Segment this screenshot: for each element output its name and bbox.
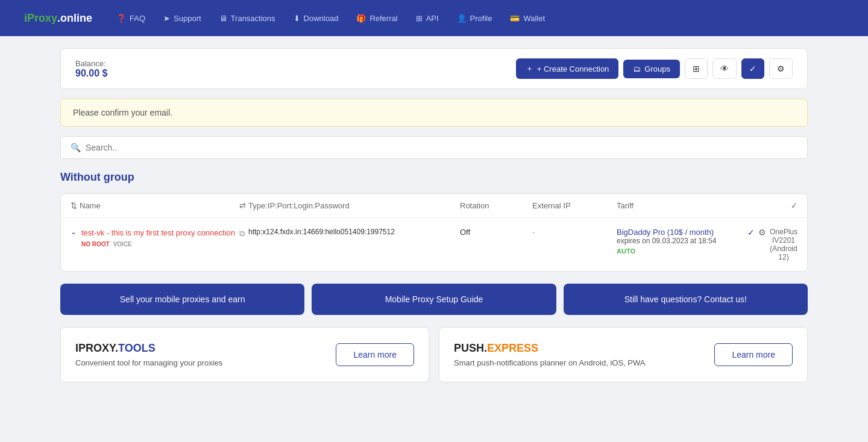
col-type: ⇄ Type:IP:Port:Login:Password — [239, 201, 460, 210]
balance-section: Balance: 90.00 $ — [75, 59, 107, 79]
faq-icon: ❓ — [116, 14, 126, 23]
plus-icon: ＋ — [526, 63, 533, 74]
device-info: OnePlus IV2201 (Android 12) — [770, 228, 797, 261]
push-express-logo: PUSH.EXPRESS — [454, 342, 705, 355]
check-button[interactable]: ✓ — [741, 58, 764, 79]
nav-profile[interactable]: 👤 Profile — [457, 14, 492, 23]
search-icon: 🔍 — [71, 143, 81, 152]
expand-icon[interactable]: ⌄ — [71, 228, 77, 236]
groups-button[interactable]: 🗂 Groups — [623, 60, 680, 78]
download-icon: ⬇ — [294, 14, 300, 23]
nav-referral[interactable]: 🎁 Referral — [356, 14, 397, 23]
cta-row: Sell your mobile proxies and earn Mobile… — [60, 284, 808, 315]
profile-icon: 👤 — [457, 14, 467, 23]
search-bar: 🔍 — [60, 136, 808, 159]
section-title: Without group — [60, 171, 808, 184]
sell-proxies-button[interactable]: Sell your mobile proxies and earn — [60, 284, 304, 315]
promo-row: IPROXY.TOOLS Convenient tool for managin… — [60, 327, 808, 382]
actions-cell: ✓ ⚙ OnePlus IV2201 (Android 12) — [749, 228, 797, 261]
settings-button[interactable]: ⚙ — [769, 58, 793, 79]
copy-icon[interactable]: ⧉ — [239, 229, 245, 238]
col-rotation: Rotation — [460, 201, 532, 210]
logo-proxy: Proxy — [27, 12, 57, 25]
row-gear-icon[interactable]: ⚙ — [758, 228, 766, 237]
iproxy-tools-description: Convenient tool for managing your proxie… — [75, 358, 326, 367]
col-tariff: Tariff — [617, 201, 749, 210]
sort-icon: ⇅ — [71, 201, 77, 210]
balance-label: Balance: — [75, 59, 107, 68]
logo-online: .online — [57, 12, 92, 25]
setup-guide-button[interactable]: Mobile Proxy Setup Guide — [312, 284, 556, 315]
col-name: ⇅ Name — [71, 201, 239, 210]
create-connection-button[interactable]: ＋ + Create Connection — [516, 58, 619, 79]
nav-api[interactable]: ⊞ API — [416, 14, 439, 23]
grid-icon: ⊞ — [693, 64, 700, 73]
table-header: ⇅ Name ⇄ Type:IP:Port:Login:Password Rot… — [61, 194, 807, 218]
referral-icon: 🎁 — [356, 14, 366, 23]
connections-table: ⇅ Name ⇄ Type:IP:Port:Login:Password Rot… — [60, 193, 808, 272]
transactions-icon: 🖥 — [219, 14, 227, 23]
promo-card-push: PUSH.EXPRESS Smart push-notifications pl… — [439, 327, 808, 382]
checkmark-icon: ✓ — [749, 64, 756, 73]
push-express-description: Smart push-notifications planner on Andr… — [454, 358, 705, 367]
tariff-cell: BigDaddy Pro (10$ / month) expires on 09… — [617, 228, 749, 255]
external-ip-cell: - — [532, 228, 617, 237]
nav-support[interactable]: ➤ Support — [163, 14, 201, 23]
search-input[interactable] — [86, 143, 797, 152]
name-cell: ⌄ test-vk - this is my first test proxy … — [71, 228, 239, 247]
voice-badge: VOICE — [113, 241, 132, 247]
nav-transactions[interactable]: 🖥 Transactions — [219, 14, 275, 23]
nav-wallet[interactable]: 💳 Wallet — [510, 14, 545, 23]
main-content: Balance: 90.00 $ ＋ + Create Connection 🗂… — [48, 48, 820, 382]
type-sort-icon: ⇄ — [239, 201, 246, 210]
api-icon: ⊞ — [416, 14, 423, 23]
nav-faq[interactable]: ❓ FAQ — [116, 14, 145, 23]
promo-push-content: PUSH.EXPRESS Smart push-notifications pl… — [454, 342, 705, 367]
col-external-ip: External IP — [532, 201, 617, 210]
grid-view-button[interactable]: ⊞ — [685, 58, 708, 79]
eye-button[interactable]: 👁 — [712, 58, 737, 79]
iproxy-learn-more-button[interactable]: Learn more — [336, 343, 414, 366]
promo-iproxy-content: IPROXY.TOOLS Convenient tool for managin… — [75, 342, 326, 367]
tariff-name: BigDaddy Pro (10$ / month) — [617, 228, 749, 237]
tariff-expires: expires on 09.03.2023 at 18:54 — [617, 237, 749, 245]
support-icon: ➤ — [163, 14, 170, 23]
email-alert: Please confirm your email. — [60, 99, 808, 126]
connection-badges: NO ROOT VOICE — [81, 241, 235, 247]
top-bar: Balance: 90.00 $ ＋ + Create Connection 🗂… — [60, 48, 808, 89]
gear-icon: ⚙ — [777, 64, 785, 73]
nav-download[interactable]: ⬇ Download — [294, 14, 339, 23]
contact-us-button[interactable]: Still have questions? Contact us! — [564, 284, 808, 315]
col-check: ✓ — [749, 201, 797, 210]
logo[interactable]: iProxy.online — [24, 12, 92, 25]
iproxy-tools-logo: IPROXY.TOOLS — [75, 342, 326, 355]
table-row: ⌄ test-vk - this is my first test proxy … — [61, 218, 807, 271]
eye-icon: 👁 — [720, 64, 729, 73]
balance-amount: 90.00 $ — [75, 68, 107, 79]
wallet-icon: 💳 — [510, 14, 520, 23]
push-learn-more-button[interactable]: Learn more — [714, 343, 793, 366]
header: iProxy.online ❓ FAQ ➤ Support 🖥 Transact… — [0, 0, 868, 36]
tariff-auto-badge: AUTO — [617, 247, 749, 255]
connections-section: Without group ⇅ Name ⇄ Type:IP:Port:Logi… — [60, 171, 808, 272]
connection-name: test-vk - this is my first test proxy co… — [81, 228, 235, 238]
top-bar-actions: ＋ + Create Connection 🗂 Groups ⊞ 👁 ✓ ⚙ — [516, 58, 793, 79]
groups-icon: 🗂 — [633, 64, 641, 73]
proxy-cell: ⧉ http:x124.fxdx.in:14669:hello051409:19… — [239, 228, 460, 238]
row-check-icon: ✓ — [747, 228, 755, 237]
rotation-cell: Off — [460, 228, 532, 237]
promo-card-iproxy: IPROXY.TOOLS Convenient tool for managin… — [60, 327, 429, 382]
noroot-badge: NO ROOT — [81, 241, 110, 247]
